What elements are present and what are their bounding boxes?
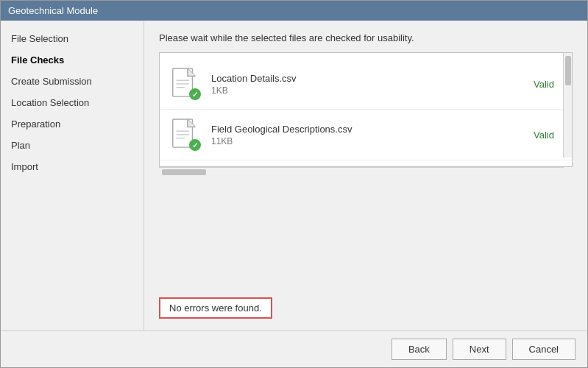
file-row-1: ✓ Field Geological Descriptions.csv11KBV… [160, 110, 572, 160]
file-list-wrapper: ✓ Location Details.csv1KBValid ✓ Field G… [159, 52, 573, 286]
file-status-0: Valid [534, 79, 554, 90]
file-row-0: ✓ Location Details.csv1KBValid [160, 59, 572, 110]
file-name-0: Location Details.csv [211, 73, 534, 84]
scroll-corner [564, 167, 573, 176]
sidebar-item-file-selection[interactable]: File Selection [1, 28, 144, 49]
file-info-0: Location Details.csv1KB [211, 73, 534, 96]
horizontal-scrollbar[interactable] [159, 167, 573, 176]
check-badge-0: ✓ [189, 88, 201, 100]
file-info-1: Field Geological Descriptions.csv11KB [211, 124, 534, 146]
file-size-1: 11KB [211, 136, 534, 146]
file-icon-wrap-1: ✓ [171, 118, 201, 151]
main-window: Geotechnical Module File SelectionFile C… [0, 0, 588, 368]
sidebar-item-location-selection[interactable]: Location Selection [1, 92, 144, 113]
file-status-1: Valid [534, 130, 554, 141]
window-title: Geotechnical Module [8, 5, 98, 16]
next-button[interactable]: Next [453, 339, 506, 360]
file-name-1: Field Geological Descriptions.csv [211, 124, 534, 135]
h-scroll-thumb[interactable] [162, 169, 206, 175]
sidebar-item-create-submission[interactable]: Create Submission [1, 71, 144, 92]
file-icon-wrap-0: ✓ [171, 68, 201, 100]
file-list-inner: ✓ Location Details.csv1KBValid ✓ Field G… [160, 53, 572, 166]
error-message-box: No errors were found. [159, 297, 272, 319]
footer: Back Next Cancel [1, 330, 587, 367]
sidebar-item-import[interactable]: Import [1, 156, 144, 177]
sidebar-item-file-checks[interactable]: File Checks [1, 49, 144, 71]
sidebar-item-plan[interactable]: Plan [1, 135, 144, 156]
sidebar: File SelectionFile ChecksCreate Submissi… [1, 21, 144, 330]
vertical-scrollbar[interactable] [563, 53, 572, 158]
instruction-text: Please wait while the selected files are… [159, 32, 573, 43]
file-size-0: 1KB [211, 85, 534, 96]
file-list-container[interactable]: ✓ Location Details.csv1KBValid ✓ Field G… [159, 52, 573, 167]
check-badge-1: ✓ [189, 139, 201, 151]
title-bar: Geotechnical Module [1, 1, 587, 21]
error-message-text: No errors were found. [169, 302, 262, 314]
cancel-button[interactable]: Cancel [512, 339, 575, 360]
sidebar-item-preparation[interactable]: Preparation [1, 113, 144, 135]
v-scroll-thumb[interactable] [565, 56, 571, 85]
main-panel: Please wait while the selected files are… [144, 21, 587, 330]
back-button[interactable]: Back [392, 339, 447, 360]
content-area: File SelectionFile ChecksCreate Submissi… [1, 21, 587, 330]
